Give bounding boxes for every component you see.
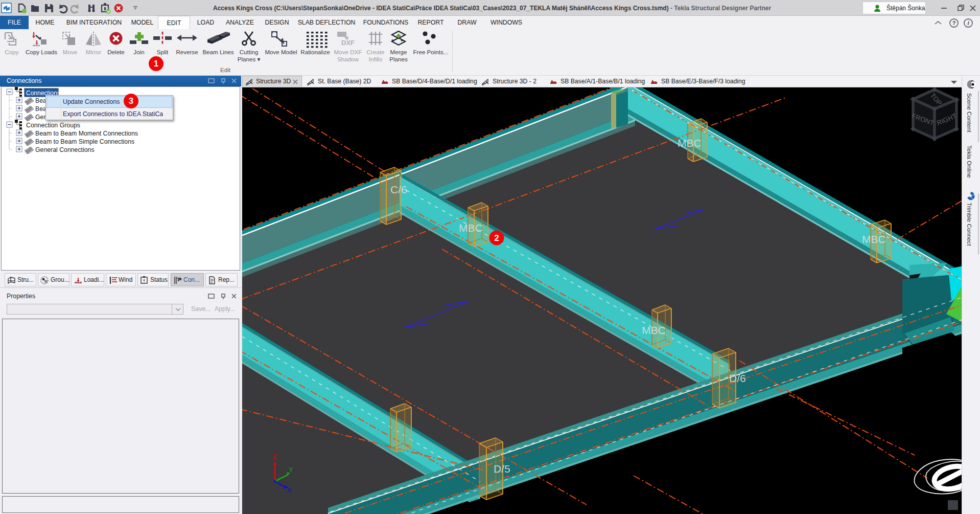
svg-text:Shadow: Shadow [337,56,359,62]
svg-text:Free Points...: Free Points... [413,49,449,55]
svg-text:Infills: Infills [369,56,383,62]
svg-text:MBC: MBC [459,222,483,234]
svg-text:MBC: MBC [642,324,666,336]
svg-text:Create: Create [367,49,385,55]
svg-text:Connection Groups: Connection Groups [26,122,80,129]
svg-text:MBC: MBC [862,233,886,245]
svg-text:Copy Loads: Copy Loads [26,49,57,55]
svg-text:Rationalize: Rationalize [300,49,330,55]
svg-text:Move: Move [63,49,77,55]
svg-text:General Connections: General Connections [35,146,95,153]
svg-text:DXF: DXF [341,39,355,47]
svg-text:2: 2 [494,233,499,243]
svg-text:Mirror: Mirror [86,49,101,55]
svg-text:Move Model: Move Model [265,49,297,55]
svg-text:Beam Lines: Beam Lines [202,49,234,55]
svg-text:Y: Y [289,466,293,474]
svg-text:Reverse: Reverse [176,49,198,55]
svg-text:?: ? [952,20,956,26]
svg-text:Beam to Beam Moment Connection: Beam to Beam Moment Connections [35,130,138,137]
svg-text:Z: Z [273,453,277,460]
svg-text:Copy: Copy [5,49,18,55]
svg-text:Beam to Beam Simple Connection: Beam to Beam Simple Connections [35,138,134,145]
svg-text:i: i [967,20,969,26]
svg-text:C/6: C/6 [390,184,407,195]
svg-text:Merge: Merge [390,49,407,55]
svg-text:Cutting: Cutting [240,49,259,55]
svg-text:Split: Split [157,49,169,55]
svg-text:D/5: D/5 [494,463,510,475]
svg-text:Join: Join [133,49,144,55]
svg-text:MBC: MBC [678,137,702,149]
svg-text:Move DXF: Move DXF [334,49,362,55]
svg-text:D/6: D/6 [729,372,746,384]
svg-text:X: X [287,486,292,494]
svg-text:Planes ▾: Planes ▾ [238,56,261,62]
svg-text:Planes: Planes [389,56,408,62]
svg-text:Edit: Edit [220,66,231,73]
svg-text:Delete: Delete [107,49,125,55]
